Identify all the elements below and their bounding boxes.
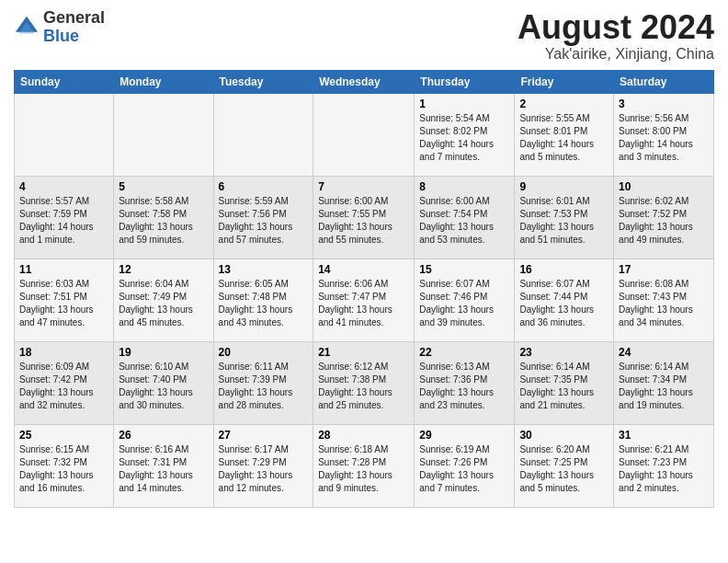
- day-number: 2: [519, 98, 609, 110]
- day-number: 19: [119, 346, 208, 359]
- day-number: 16: [519, 263, 609, 276]
- day-number: 5: [119, 180, 208, 193]
- day-number: 30: [519, 429, 609, 442]
- weekday-header-row: SundayMondayTuesdayWednesdayThursdayFrid…: [15, 70, 714, 93]
- day-info: Sunrise: 6:07 AM Sunset: 7:44 PM Dayligh…: [519, 278, 609, 329]
- day-info: Sunrise: 6:08 AM Sunset: 7:43 PM Dayligh…: [619, 278, 709, 329]
- calendar-cell: 26Sunrise: 6:16 AM Sunset: 7:31 PM Dayli…: [114, 424, 213, 507]
- location-text: Yak'airike, Xinjiang, China: [518, 46, 714, 63]
- day-number: 23: [519, 346, 609, 359]
- day-number: 20: [219, 346, 309, 359]
- day-number: 6: [219, 180, 309, 193]
- calendar-cell: 9Sunrise: 6:01 AM Sunset: 7:53 PM Daylig…: [515, 176, 614, 259]
- day-info: Sunrise: 6:18 AM Sunset: 7:28 PM Dayligh…: [318, 443, 409, 495]
- calendar-cell: 6Sunrise: 5:59 AM Sunset: 7:56 PM Daylig…: [213, 176, 313, 259]
- day-info: Sunrise: 5:58 AM Sunset: 7:58 PM Dayligh…: [119, 195, 208, 247]
- day-info: Sunrise: 5:54 AM Sunset: 8:02 PM Dayligh…: [419, 112, 509, 164]
- day-number: 3: [619, 98, 709, 110]
- calendar-cell: 19Sunrise: 6:10 AM Sunset: 7:40 PM Dayli…: [114, 341, 213, 424]
- day-info: Sunrise: 6:06 AM Sunset: 7:47 PM Dayligh…: [318, 278, 409, 329]
- calendar-cell: 4Sunrise: 5:57 AM Sunset: 7:59 PM Daylig…: [15, 176, 114, 259]
- weekday-header-wednesday: Wednesday: [313, 70, 415, 93]
- day-info: Sunrise: 6:04 AM Sunset: 7:49 PM Dayligh…: [119, 278, 208, 329]
- calendar-week-4: 18Sunrise: 6:09 AM Sunset: 7:42 PM Dayli…: [15, 341, 714, 424]
- day-number: 8: [419, 180, 509, 193]
- day-number: 13: [219, 263, 309, 276]
- day-info: Sunrise: 5:59 AM Sunset: 7:56 PM Dayligh…: [219, 195, 309, 247]
- calendar-cell: 24Sunrise: 6:14 AM Sunset: 7:34 PM Dayli…: [614, 341, 714, 424]
- day-number: 15: [419, 263, 509, 276]
- calendar-cell: 27Sunrise: 6:17 AM Sunset: 7:29 PM Dayli…: [213, 424, 313, 507]
- calendar-week-1: 1Sunrise: 5:54 AM Sunset: 8:02 PM Daylig…: [15, 93, 714, 176]
- day-info: Sunrise: 5:57 AM Sunset: 7:59 PM Dayligh…: [19, 195, 108, 247]
- calendar-cell: 5Sunrise: 5:58 AM Sunset: 7:58 PM Daylig…: [114, 176, 213, 259]
- weekday-header-friday: Friday: [515, 70, 614, 93]
- calendar-cell: 31Sunrise: 6:21 AM Sunset: 7:23 PM Dayli…: [614, 424, 714, 507]
- weekday-header-thursday: Thursday: [415, 70, 515, 93]
- logo-general-text: General: [43, 8, 105, 27]
- day-info: Sunrise: 6:09 AM Sunset: 7:42 PM Dayligh…: [19, 361, 108, 412]
- day-info: Sunrise: 6:11 AM Sunset: 7:39 PM Dayligh…: [219, 361, 309, 412]
- day-number: 9: [519, 180, 609, 193]
- calendar-cell: 7Sunrise: 6:00 AM Sunset: 7:55 PM Daylig…: [313, 176, 415, 259]
- month-title: August 2024: [518, 9, 714, 46]
- day-number: 26: [119, 429, 208, 442]
- day-info: Sunrise: 6:07 AM Sunset: 7:46 PM Dayligh…: [419, 278, 509, 329]
- day-number: 11: [19, 263, 108, 276]
- calendar-cell: 14Sunrise: 6:06 AM Sunset: 7:47 PM Dayli…: [313, 259, 415, 341]
- day-info: Sunrise: 6:00 AM Sunset: 7:55 PM Dayligh…: [318, 195, 409, 247]
- day-info: Sunrise: 6:16 AM Sunset: 7:31 PM Dayligh…: [119, 443, 208, 495]
- day-info: Sunrise: 6:13 AM Sunset: 7:36 PM Dayligh…: [419, 361, 509, 412]
- day-number: 4: [19, 180, 108, 193]
- calendar-cell: [213, 93, 313, 176]
- calendar-cell: 16Sunrise: 6:07 AM Sunset: 7:44 PM Dayli…: [515, 259, 614, 341]
- day-number: 18: [19, 346, 108, 359]
- day-info: Sunrise: 6:05 AM Sunset: 7:48 PM Dayligh…: [219, 278, 309, 329]
- day-number: 24: [619, 346, 709, 359]
- day-info: Sunrise: 5:56 AM Sunset: 8:00 PM Dayligh…: [619, 112, 709, 164]
- day-number: 31: [619, 429, 709, 442]
- weekday-header-sunday: Sunday: [15, 70, 114, 93]
- calendar-cell: 30Sunrise: 6:20 AM Sunset: 7:25 PM Dayli…: [515, 424, 614, 507]
- day-info: Sunrise: 6:12 AM Sunset: 7:38 PM Dayligh…: [318, 361, 409, 412]
- day-info: Sunrise: 6:15 AM Sunset: 7:32 PM Dayligh…: [19, 443, 108, 495]
- day-number: 14: [318, 263, 409, 276]
- day-info: Sunrise: 6:01 AM Sunset: 7:53 PM Dayligh…: [519, 195, 609, 247]
- day-number: 22: [419, 346, 509, 359]
- logo-blue-text: Blue: [43, 27, 79, 45]
- calendar-cell: 18Sunrise: 6:09 AM Sunset: 7:42 PM Dayli…: [15, 341, 114, 424]
- day-number: 21: [318, 346, 409, 359]
- calendar-cell: 11Sunrise: 6:03 AM Sunset: 7:51 PM Dayli…: [15, 259, 114, 341]
- day-number: 25: [19, 429, 108, 442]
- calendar-cell: 25Sunrise: 6:15 AM Sunset: 7:32 PM Dayli…: [15, 424, 114, 507]
- day-info: Sunrise: 6:00 AM Sunset: 7:54 PM Dayligh…: [419, 195, 509, 247]
- calendar-cell: 22Sunrise: 6:13 AM Sunset: 7:36 PM Dayli…: [415, 341, 515, 424]
- day-info: Sunrise: 6:02 AM Sunset: 7:52 PM Dayligh…: [619, 195, 709, 247]
- day-number: 17: [619, 263, 709, 276]
- weekday-header-saturday: Saturday: [614, 70, 714, 93]
- day-info: Sunrise: 6:10 AM Sunset: 7:40 PM Dayligh…: [119, 361, 208, 412]
- day-number: 28: [318, 429, 409, 442]
- calendar-cell: 17Sunrise: 6:08 AM Sunset: 7:43 PM Dayli…: [614, 259, 714, 341]
- day-info: Sunrise: 6:03 AM Sunset: 7:51 PM Dayligh…: [19, 278, 108, 329]
- calendar-cell: 29Sunrise: 6:19 AM Sunset: 7:26 PM Dayli…: [415, 424, 515, 507]
- calendar-cell: [313, 93, 415, 176]
- day-info: Sunrise: 5:55 AM Sunset: 8:01 PM Dayligh…: [519, 112, 609, 164]
- day-info: Sunrise: 6:21 AM Sunset: 7:23 PM Dayligh…: [619, 443, 709, 495]
- calendar-cell: 15Sunrise: 6:07 AM Sunset: 7:46 PM Dayli…: [415, 259, 515, 341]
- calendar-table: SundayMondayTuesdayWednesdayThursdayFrid…: [14, 70, 714, 508]
- day-number: 1: [419, 98, 509, 110]
- day-info: Sunrise: 6:14 AM Sunset: 7:34 PM Dayligh…: [619, 361, 709, 412]
- weekday-header-tuesday: Tuesday: [213, 70, 313, 93]
- calendar-cell: [114, 93, 213, 176]
- weekday-header-monday: Monday: [114, 70, 213, 93]
- page-header: General Blue August 2024 Yak'airike, Xin…: [14, 9, 714, 63]
- day-info: Sunrise: 6:19 AM Sunset: 7:26 PM Dayligh…: [419, 443, 509, 495]
- calendar-cell: 3Sunrise: 5:56 AM Sunset: 8:00 PM Daylig…: [614, 93, 714, 176]
- day-number: 10: [619, 180, 709, 193]
- day-info: Sunrise: 6:14 AM Sunset: 7:35 PM Dayligh…: [519, 361, 609, 412]
- day-info: Sunrise: 6:17 AM Sunset: 7:29 PM Dayligh…: [219, 443, 309, 495]
- calendar-cell: [15, 93, 114, 176]
- day-number: 7: [318, 180, 409, 193]
- day-info: Sunrise: 6:20 AM Sunset: 7:25 PM Dayligh…: [519, 443, 609, 495]
